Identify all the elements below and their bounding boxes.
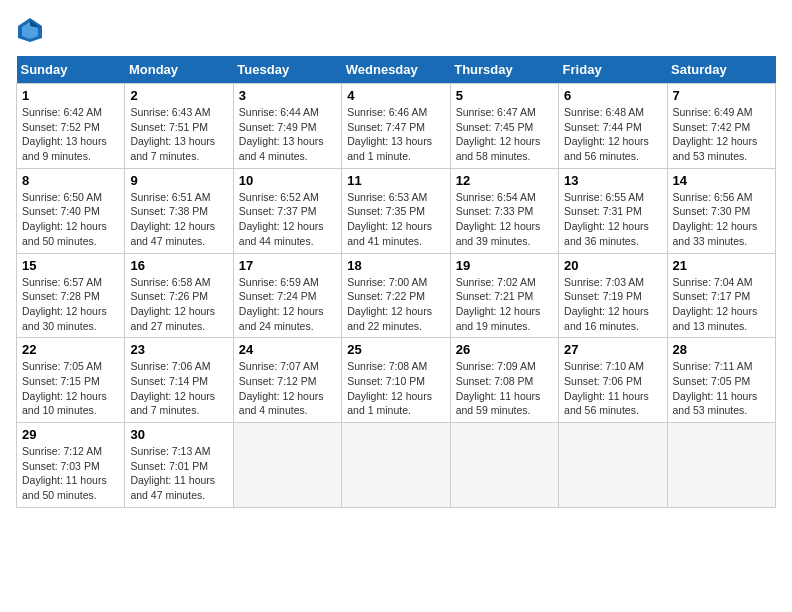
day-cell-1: 1Sunrise: 6:42 AM Sunset: 7:52 PM Daylig… <box>17 84 125 169</box>
day-cell-16: 16Sunrise: 6:58 AM Sunset: 7:26 PM Dayli… <box>125 253 233 338</box>
day-number: 8 <box>22 173 119 188</box>
empty-cell <box>342 423 450 508</box>
day-number: 6 <box>564 88 661 103</box>
day-cell-18: 18Sunrise: 7:00 AM Sunset: 7:22 PM Dayli… <box>342 253 450 338</box>
day-cell-26: 26Sunrise: 7:09 AM Sunset: 7:08 PM Dayli… <box>450 338 558 423</box>
day-info: Sunrise: 7:04 AM Sunset: 7:17 PM Dayligh… <box>673 276 758 332</box>
day-cell-11: 11Sunrise: 6:53 AM Sunset: 7:35 PM Dayli… <box>342 168 450 253</box>
day-cell-29: 29Sunrise: 7:12 AM Sunset: 7:03 PM Dayli… <box>17 423 125 508</box>
day-cell-14: 14Sunrise: 6:56 AM Sunset: 7:30 PM Dayli… <box>667 168 775 253</box>
day-number: 15 <box>22 258 119 273</box>
day-number: 2 <box>130 88 227 103</box>
empty-cell <box>233 423 341 508</box>
day-number: 20 <box>564 258 661 273</box>
day-info: Sunrise: 7:00 AM Sunset: 7:22 PM Dayligh… <box>347 276 432 332</box>
day-info: Sunrise: 7:11 AM Sunset: 7:05 PM Dayligh… <box>673 360 758 416</box>
logo-icon <box>16 16 44 44</box>
day-info: Sunrise: 6:56 AM Sunset: 7:30 PM Dayligh… <box>673 191 758 247</box>
day-info: Sunrise: 6:43 AM Sunset: 7:51 PM Dayligh… <box>130 106 215 162</box>
day-number: 14 <box>673 173 770 188</box>
day-cell-15: 15Sunrise: 6:57 AM Sunset: 7:28 PM Dayli… <box>17 253 125 338</box>
empty-cell <box>559 423 667 508</box>
day-info: Sunrise: 6:46 AM Sunset: 7:47 PM Dayligh… <box>347 106 432 162</box>
col-header-thursday: Thursday <box>450 56 558 84</box>
day-cell-10: 10Sunrise: 6:52 AM Sunset: 7:37 PM Dayli… <box>233 168 341 253</box>
day-number: 4 <box>347 88 444 103</box>
day-info: Sunrise: 7:07 AM Sunset: 7:12 PM Dayligh… <box>239 360 324 416</box>
col-header-saturday: Saturday <box>667 56 775 84</box>
col-header-sunday: Sunday <box>17 56 125 84</box>
day-cell-23: 23Sunrise: 7:06 AM Sunset: 7:14 PM Dayli… <box>125 338 233 423</box>
day-info: Sunrise: 7:08 AM Sunset: 7:10 PM Dayligh… <box>347 360 432 416</box>
day-number: 11 <box>347 173 444 188</box>
day-number: 7 <box>673 88 770 103</box>
day-number: 26 <box>456 342 553 357</box>
col-header-friday: Friday <box>559 56 667 84</box>
day-number: 3 <box>239 88 336 103</box>
day-cell-3: 3Sunrise: 6:44 AM Sunset: 7:49 PM Daylig… <box>233 84 341 169</box>
day-number: 29 <box>22 427 119 442</box>
header-row: SundayMondayTuesdayWednesdayThursdayFrid… <box>17 56 776 84</box>
page-header <box>16 16 776 44</box>
week-row-5: 29Sunrise: 7:12 AM Sunset: 7:03 PM Dayli… <box>17 423 776 508</box>
day-cell-9: 9Sunrise: 6:51 AM Sunset: 7:38 PM Daylig… <box>125 168 233 253</box>
day-cell-25: 25Sunrise: 7:08 AM Sunset: 7:10 PM Dayli… <box>342 338 450 423</box>
day-cell-4: 4Sunrise: 6:46 AM Sunset: 7:47 PM Daylig… <box>342 84 450 169</box>
day-number: 17 <box>239 258 336 273</box>
day-info: Sunrise: 7:06 AM Sunset: 7:14 PM Dayligh… <box>130 360 215 416</box>
day-info: Sunrise: 6:42 AM Sunset: 7:52 PM Dayligh… <box>22 106 107 162</box>
day-number: 21 <box>673 258 770 273</box>
day-number: 16 <box>130 258 227 273</box>
empty-cell <box>450 423 558 508</box>
day-info: Sunrise: 6:59 AM Sunset: 7:24 PM Dayligh… <box>239 276 324 332</box>
day-info: Sunrise: 6:50 AM Sunset: 7:40 PM Dayligh… <box>22 191 107 247</box>
day-info: Sunrise: 6:57 AM Sunset: 7:28 PM Dayligh… <box>22 276 107 332</box>
day-number: 27 <box>564 342 661 357</box>
day-number: 30 <box>130 427 227 442</box>
week-row-2: 8Sunrise: 6:50 AM Sunset: 7:40 PM Daylig… <box>17 168 776 253</box>
col-header-wednesday: Wednesday <box>342 56 450 84</box>
week-row-3: 15Sunrise: 6:57 AM Sunset: 7:28 PM Dayli… <box>17 253 776 338</box>
day-cell-21: 21Sunrise: 7:04 AM Sunset: 7:17 PM Dayli… <box>667 253 775 338</box>
day-cell-2: 2Sunrise: 6:43 AM Sunset: 7:51 PM Daylig… <box>125 84 233 169</box>
day-number: 25 <box>347 342 444 357</box>
day-number: 12 <box>456 173 553 188</box>
day-number: 10 <box>239 173 336 188</box>
day-cell-20: 20Sunrise: 7:03 AM Sunset: 7:19 PM Dayli… <box>559 253 667 338</box>
day-number: 22 <box>22 342 119 357</box>
day-cell-28: 28Sunrise: 7:11 AM Sunset: 7:05 PM Dayli… <box>667 338 775 423</box>
day-cell-27: 27Sunrise: 7:10 AM Sunset: 7:06 PM Dayli… <box>559 338 667 423</box>
day-info: Sunrise: 6:52 AM Sunset: 7:37 PM Dayligh… <box>239 191 324 247</box>
day-cell-30: 30Sunrise: 7:13 AM Sunset: 7:01 PM Dayli… <box>125 423 233 508</box>
day-info: Sunrise: 7:12 AM Sunset: 7:03 PM Dayligh… <box>22 445 107 501</box>
day-cell-8: 8Sunrise: 6:50 AM Sunset: 7:40 PM Daylig… <box>17 168 125 253</box>
day-number: 23 <box>130 342 227 357</box>
day-number: 18 <box>347 258 444 273</box>
day-info: Sunrise: 6:53 AM Sunset: 7:35 PM Dayligh… <box>347 191 432 247</box>
week-row-1: 1Sunrise: 6:42 AM Sunset: 7:52 PM Daylig… <box>17 84 776 169</box>
day-cell-6: 6Sunrise: 6:48 AM Sunset: 7:44 PM Daylig… <box>559 84 667 169</box>
day-info: Sunrise: 7:03 AM Sunset: 7:19 PM Dayligh… <box>564 276 649 332</box>
day-info: Sunrise: 7:09 AM Sunset: 7:08 PM Dayligh… <box>456 360 541 416</box>
day-info: Sunrise: 6:49 AM Sunset: 7:42 PM Dayligh… <box>673 106 758 162</box>
day-info: Sunrise: 6:48 AM Sunset: 7:44 PM Dayligh… <box>564 106 649 162</box>
day-info: Sunrise: 6:51 AM Sunset: 7:38 PM Dayligh… <box>130 191 215 247</box>
day-info: Sunrise: 7:05 AM Sunset: 7:15 PM Dayligh… <box>22 360 107 416</box>
day-number: 9 <box>130 173 227 188</box>
day-number: 5 <box>456 88 553 103</box>
day-info: Sunrise: 6:44 AM Sunset: 7:49 PM Dayligh… <box>239 106 324 162</box>
day-info: Sunrise: 6:55 AM Sunset: 7:31 PM Dayligh… <box>564 191 649 247</box>
day-info: Sunrise: 7:02 AM Sunset: 7:21 PM Dayligh… <box>456 276 541 332</box>
day-cell-13: 13Sunrise: 6:55 AM Sunset: 7:31 PM Dayli… <box>559 168 667 253</box>
day-number: 19 <box>456 258 553 273</box>
day-info: Sunrise: 6:54 AM Sunset: 7:33 PM Dayligh… <box>456 191 541 247</box>
day-number: 28 <box>673 342 770 357</box>
day-cell-5: 5Sunrise: 6:47 AM Sunset: 7:45 PM Daylig… <box>450 84 558 169</box>
week-row-4: 22Sunrise: 7:05 AM Sunset: 7:15 PM Dayli… <box>17 338 776 423</box>
day-cell-12: 12Sunrise: 6:54 AM Sunset: 7:33 PM Dayli… <box>450 168 558 253</box>
day-info: Sunrise: 7:13 AM Sunset: 7:01 PM Dayligh… <box>130 445 215 501</box>
empty-cell <box>667 423 775 508</box>
day-cell-17: 17Sunrise: 6:59 AM Sunset: 7:24 PM Dayli… <box>233 253 341 338</box>
day-number: 1 <box>22 88 119 103</box>
day-cell-22: 22Sunrise: 7:05 AM Sunset: 7:15 PM Dayli… <box>17 338 125 423</box>
